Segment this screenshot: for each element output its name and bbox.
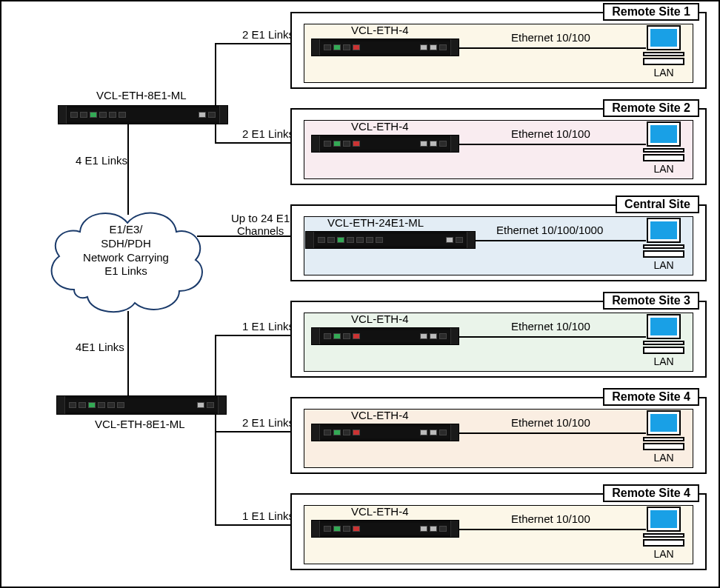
conn-site3-h [215, 335, 298, 336]
eth-line-site1 [459, 47, 646, 49]
conn-site1-h [215, 43, 298, 44]
conn-site2-h [215, 142, 298, 144]
cloud-line-4: E1 Links [104, 264, 147, 277]
conn-site4a-h [215, 431, 298, 432]
site-title-remote1: Remote Site 1 [603, 3, 699, 21]
cloud-text: E1/E3/ SDH/PDH Network Carrying E1 Links [44, 223, 207, 278]
site-title-remote4a: Remote Site 4 [603, 388, 699, 406]
eth-label-site4b: Ethernet 10/100 [511, 512, 590, 525]
link-label-central: Up to 24 E1 Channels [231, 212, 290, 237]
conn-hub2-v-mid [215, 415, 216, 432]
pc-central: LAN [640, 218, 687, 271]
pc-site3: LAN [640, 314, 687, 367]
device-site3 [311, 327, 459, 345]
pc-site1: LAN [640, 25, 687, 78]
device-site4a [311, 424, 459, 441]
diagram-canvas: E1/E3/ SDH/PDH Network Carrying E1 Links… [1, 1, 719, 587]
lan-label-site2: LAN [640, 163, 687, 175]
link-cloud-top [127, 124, 129, 215]
eth-label-site4a: Ethernet 10/100 [511, 416, 590, 429]
pc-site2: LAN [640, 121, 687, 175]
device-site1 [311, 39, 459, 56]
lan-label-site1: LAN [640, 67, 687, 78]
lan-label-site4b: LAN [640, 548, 687, 560]
eth-line-central [476, 240, 646, 241]
hub-bottom-label: VCL-ETH-8E1-ML [95, 418, 185, 430]
link-label-site3: 1 E1 Links [242, 320, 294, 333]
link-label-site2: 2 E1 Links [242, 127, 294, 140]
hub-top-device [58, 105, 228, 124]
conn-site4b-h [215, 524, 298, 526]
lan-label-site4a: LAN [640, 452, 687, 464]
pc-site4b: LAN [640, 507, 687, 560]
eth-line-site4a [459, 432, 646, 434]
device-label-site4b: VCL-ETH-4 [351, 505, 409, 518]
conn-hub1-v [215, 43, 216, 106]
link-label-site4a: 2 E1 Links [242, 416, 294, 429]
site-title-remote2: Remote Site 2 [603, 99, 699, 117]
eth-label-site1: Ethernet 10/100 [511, 31, 590, 44]
network-cloud: E1/E3/ SDH/PDH Network Carrying E1 Links [44, 201, 207, 322]
link-cloud-bottom-label: 4E1 Links [76, 341, 124, 353]
lan-label-site3: LAN [640, 355, 687, 367]
hub-top-label: VCL-ETH-8E1-ML [96, 89, 187, 101]
cloud-line-1: E1/E3/ [109, 223, 142, 235]
diagram-stage: E1/E3/ SDH/PDH Network Carrying E1 Links… [0, 0, 720, 588]
device-label-site4a: VCL-ETH-4 [351, 409, 409, 421]
device-site4b [311, 520, 459, 538]
eth-label-central: Ethernet 10/100/1000 [496, 224, 603, 236]
device-central [305, 231, 476, 249]
eth-label-site3: Ethernet 10/100 [511, 320, 590, 333]
cloud-line-3: Network Carrying [83, 251, 169, 264]
eth-label-site2: Ethernet 10/100 [511, 127, 590, 140]
eth-line-site3 [459, 336, 646, 338]
hub-bottom-device [56, 395, 227, 415]
device-label-site1: VCL-ETH-4 [351, 24, 409, 36]
device-site2 [311, 135, 459, 153]
site-title-remote3: Remote Site 3 [603, 292, 699, 310]
site-title-central: Central Site [616, 196, 699, 213]
device-label-site2: VCL-ETH-4 [351, 120, 409, 133]
eth-line-site2 [459, 144, 646, 145]
link-cloud-bottom [127, 311, 129, 395]
device-label-central: VCL-ETH-24E1-ML [327, 216, 424, 229]
cloud-line-2: SDH/PDH [101, 237, 151, 250]
link-cloud-top-label: 4 E1 Links [76, 154, 127, 167]
link-label-site1: 2 E1 Links [242, 28, 294, 41]
lan-label-central: LAN [640, 259, 687, 271]
link-label-site4b: 1 E1 Links [242, 510, 294, 522]
conn-hub2-v-down [215, 432, 216, 526]
conn-hub2-v-up [215, 335, 216, 396]
pc-site4a: LAN [640, 410, 687, 464]
site-title-remote4b: Remote Site 4 [603, 484, 699, 502]
conn-hub1-v2 [215, 124, 216, 144]
device-label-site3: VCL-ETH-4 [351, 313, 409, 325]
eth-line-site4b [459, 529, 646, 530]
